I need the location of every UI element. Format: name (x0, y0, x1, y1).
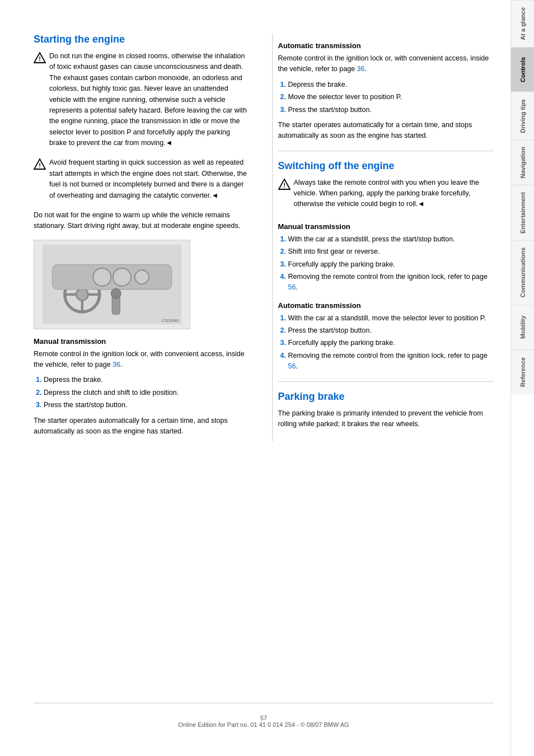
manual-trans-start-intro: Remote control in the ignition lock or, … (34, 349, 250, 371)
auto-starter-note: The starter operates automatically for a… (278, 120, 494, 142)
sidebar-tab-controls[interactable]: Controls (511, 47, 534, 92)
auto-off-steps: With the car at a standstill, move the s… (288, 313, 494, 372)
footer-text: Online Edition for Part no. 01 41 0 014 … (178, 721, 349, 728)
manual-start-step-2: Depress the clutch and shift to idle pos… (44, 388, 250, 398)
svg-point-12 (93, 268, 111, 286)
warning-icon-1: ! (34, 52, 46, 64)
sidebar-tab-entertainment[interactable]: Entertainment (511, 185, 534, 240)
two-column-layout: Starting the engine ! Do not run the eng… (34, 34, 494, 441)
sidebar-tab-mobility[interactable]: Mobility (511, 305, 534, 349)
auto-off-step-4: Removing the remote control from the ign… (288, 351, 494, 372)
sidebar-tab-navigation[interactable]: Navigation (511, 139, 534, 185)
warning-text-1: Do not run the engine in closed rooms, o… (49, 51, 250, 148)
svg-point-13 (113, 268, 131, 286)
switching-off-title: Switching off the engine (278, 160, 494, 172)
parking-brake-text: The parking brake is primarily intended … (278, 408, 494, 430)
warm-up-text: Do not wait for the engine to warm up wh… (34, 210, 250, 232)
manual-starter-note: The starter operates automatically for a… (34, 416, 250, 437)
switching-off-warning-text: Always take the remote control with you … (294, 178, 494, 210)
car-image: C3D0046 (34, 240, 190, 329)
manual-off-step-1: With the car at a standstill, press the … (288, 234, 494, 245)
section-divider-1 (278, 151, 494, 151)
warning-block-2: ! Avoid frequent starting in quick succe… (34, 157, 250, 206)
svg-point-16 (111, 288, 121, 298)
main-content: Starting the engine ! Do not run the eng… (0, 0, 510, 756)
svg-text:!: ! (39, 162, 41, 169)
svg-point-14 (135, 270, 149, 284)
page-container: Starting the engine ! Do not run the eng… (0, 0, 534, 756)
switching-off-warning-block: ! Always take the remote control with yo… (278, 178, 494, 214)
manual-start-steps: Depress the brake. Depress the clutch an… (44, 375, 250, 410)
manual-off-title: Manual transmission (278, 222, 494, 231)
warning-block-1: ! Do not run the engine in closed rooms,… (34, 51, 250, 153)
manual-start-step-3: Press the start/stop button. (44, 400, 250, 410)
auto-off-step-3: Forcefully apply the parking brake. (288, 338, 494, 348)
sidebar-tab-at-a-glance[interactable]: At a glance (511, 0, 534, 47)
page-link-36[interactable]: 36 (113, 361, 120, 368)
switching-off-warning-icon: ! (278, 178, 291, 190)
manual-off-page-link-56[interactable]: 56 (288, 283, 296, 291)
manual-off-step-2: Shift into first gear or reverse. (288, 246, 494, 257)
sidebar: At a glance Controls Driving tips Naviga… (510, 0, 534, 756)
svg-point-6 (76, 288, 88, 300)
parking-brake-title: Parking brake (278, 391, 494, 403)
page-number: 57 (260, 715, 267, 721)
auto-off-page-link-56[interactable]: 56 (288, 362, 296, 370)
auto-trans-start-title: Automatic transmission (278, 41, 494, 50)
auto-off-title: Automatic transmission (278, 301, 494, 310)
left-column: Starting the engine ! Do not run the eng… (34, 34, 255, 441)
manual-start-step-1: Depress the brake. (44, 375, 250, 385)
section-divider-2 (278, 381, 494, 382)
auto-trans-start-intro: Remote control in the ignition lock or, … (278, 53, 494, 75)
starting-engine-title: Starting the engine (34, 34, 250, 45)
sidebar-tab-communications[interactable]: Communications (511, 240, 534, 304)
svg-rect-11 (52, 264, 171, 289)
auto-off-step-2: Press the start/stop button. (288, 325, 494, 336)
manual-off-step-3: Forcefully apply the parking brake. (288, 259, 494, 270)
auto-page-link-36[interactable]: 36 (357, 65, 365, 73)
svg-text:!: ! (39, 55, 41, 62)
svg-text:!: ! (283, 182, 285, 189)
warning-icon-2: ! (34, 158, 46, 170)
manual-trans-start-title: Manual transmission (34, 337, 250, 346)
auto-start-step-1: Depress the brake. (288, 80, 494, 90)
page-footer: 57 Online Edition for Part no. 01 41 0 0… (34, 703, 494, 734)
manual-off-steps: With the car at a standstill, press the … (288, 234, 494, 293)
sidebar-tab-reference[interactable]: Reference (511, 349, 534, 394)
sidebar-tab-driving-tips[interactable]: Driving tips (511, 92, 534, 140)
manual-off-step-4: Removing the remote control from the ign… (288, 272, 494, 293)
right-column: Automatic transmission Remote control in… (272, 34, 494, 441)
auto-start-steps: Depress the brake. Move the selector lev… (288, 80, 494, 115)
auto-off-step-1: With the car at a standstill, move the s… (288, 313, 494, 324)
svg-text:C3D0046: C3D0046 (162, 318, 179, 323)
warning-text-2: Avoid frequent starting in quick success… (49, 157, 250, 201)
auto-start-step-3: Press the start/stop button. (288, 105, 494, 115)
auto-start-step-2: Move the selector lever to position P. (288, 92, 494, 102)
